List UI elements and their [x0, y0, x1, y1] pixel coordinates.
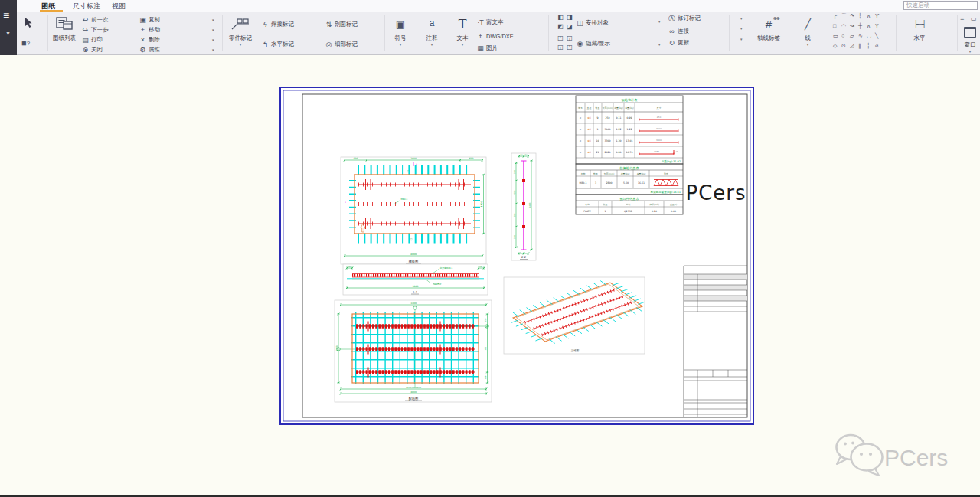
align-tool-icon[interactable]: ◨ — [565, 13, 574, 22]
sketch-tool-icon[interactable]: ▱ — [850, 32, 854, 39]
svg-text:PLATE: PLATE — [583, 210, 591, 213]
next-button[interactable]: ↪下一步 — [81, 25, 109, 34]
dropdown-caret[interactable]: ▾ — [212, 18, 214, 22]
level-button[interactable]: ├─┤ 水平 — [902, 14, 937, 52]
dropdown-caret[interactable]: ▾ — [431, 43, 433, 47]
sketch-tool-icon[interactable]: ∧ — [867, 22, 871, 29]
quick-launch-input[interactable]: 快速启动 — [903, 1, 978, 10]
close-icon: ⊗ — [81, 46, 90, 54]
dropdown-caret[interactable]: ▾ — [740, 26, 743, 31]
align-tool-icon[interactable]: ◪ — [565, 22, 574, 31]
minimize-ribbon-icon[interactable]: − — [960, 15, 964, 23]
close-button[interactable]: ⊗关闭 — [81, 45, 103, 54]
dropdown-caret[interactable]: ▾ — [462, 43, 464, 47]
dropdown-caret[interactable]: ▾ — [212, 38, 214, 42]
sketch-tool-icon[interactable]: ◠ — [841, 22, 846, 29]
sketch-tool-icon[interactable]: ○ — [841, 32, 844, 39]
delete-button[interactable]: ×删除 — [139, 35, 160, 44]
restore-icon[interactable]: ▭ — [971, 15, 977, 22]
sketch-tool-icon[interactable]: Υ — [875, 22, 879, 29]
svg-text:总重(kg):31.92: 总重(kg):31.92 — [661, 159, 681, 163]
sketch-tool-icon[interactable]: Ƴ — [875, 12, 879, 19]
sketch-tool-icon[interactable]: ◇ — [833, 42, 837, 49]
dropdown-caret[interactable]: ▾ — [740, 16, 743, 21]
svg-text:1480: 1480 — [528, 202, 531, 208]
svg-text:PCers: PCers — [685, 181, 746, 204]
part-mark-button[interactable]: 零件标记 ▾ — [224, 14, 256, 52]
select-switch-button[interactable]: ◼? — [21, 38, 30, 47]
move-button[interactable]: +移动 — [139, 25, 160, 34]
note-button[interactable]: a 注释 ▾ — [418, 14, 446, 52]
sketch-tool-icon[interactable]: ◿ — [850, 42, 854, 49]
drawing-list-button[interactable]: 图纸列表 — [49, 14, 80, 52]
link-button[interactable]: ∞连接 — [668, 27, 689, 36]
copy-button[interactable]: ▣复制 — [139, 15, 160, 25]
align-tool-icon[interactable]: ◩ — [556, 22, 565, 31]
align-tool-icon[interactable]: ◱ — [565, 34, 574, 43]
update-icon: ↻ — [668, 39, 676, 47]
sketch-tool-icon[interactable]: ⊙ — [841, 42, 846, 49]
tab-view[interactable]: 视图 — [112, 2, 126, 11]
sketch-tool-icon[interactable]: ∥ — [858, 42, 861, 49]
select-cursor-icon[interactable] — [24, 17, 34, 28]
sketch-tool-icon[interactable]: □ — [833, 22, 836, 29]
dropdown-caret[interactable]: ▾ — [240, 43, 242, 47]
sketch-tool-icon[interactable]: ↷ — [850, 12, 854, 19]
view-iso[interactable]: 三维图 — [504, 277, 645, 354]
align-tool-icon[interactable]: ◲ — [556, 43, 565, 52]
dropdown-caret[interactable]: ▾ — [969, 50, 972, 54]
view-rebar-plan[interactable]: 330019×150=2850400011001501100150配筋图 — [335, 300, 492, 402]
line-button[interactable]: ╱ 线 ▾ — [798, 14, 818, 52]
wechat-logo-icon — [837, 435, 883, 476]
update-button[interactable]: ↻更新 — [668, 38, 689, 47]
hide-show-button[interactable]: ◉隐藏/显示 — [576, 39, 610, 48]
image-button[interactable]: ▦图片 — [476, 44, 498, 53]
dropdown-caret[interactable]: ▾ — [212, 47, 214, 52]
sketch-tool-icon[interactable]: ∿ — [858, 32, 863, 39]
menu-expand-icon[interactable]: ▼ — [5, 31, 11, 36]
properties-button[interactable]: ⚙属性 — [139, 45, 160, 54]
sketch-tool-icon[interactable]: ┆ — [858, 12, 861, 19]
svg-text:形式: 形式 — [664, 172, 668, 175]
dwg-dxf-button[interactable]: +DWG/DXF — [476, 31, 513, 41]
drawing-sheet[interactable]: 钢筋统计表编号直径数量长度(mm)单重(kg)总重(kg)尺寸⌀Φ892500.… — [279, 87, 754, 425]
window-button[interactable]: 窗口 ▾ — [959, 23, 980, 54]
dropdown-caret[interactable]: ▾ — [658, 19, 661, 24]
dropdown-caret[interactable]: ▾ — [400, 43, 402, 47]
sketch-tool-icon[interactable]: ┊ — [867, 42, 870, 49]
sketch-tool-icon[interactable]: ∧ — [867, 12, 871, 19]
sketch-tool-icon[interactable]: ⌒ — [841, 12, 847, 19]
sketch-tool-icon[interactable]: ╲ — [875, 32, 878, 39]
hamburger-menu-icon[interactable]: ≡ — [3, 9, 9, 21]
view-section-2[interactable]: 606030050050030014802-2 — [511, 153, 536, 260]
rich-text-button[interactable]: ·T富文本 — [476, 18, 504, 27]
axis-label-button[interactable]: #⊕⊕ 轴线标签 — [752, 14, 786, 52]
view-section-1[interactable]: 6060桁架筋M80-1钢筋网片28801-1 — [343, 264, 488, 295]
level-mark-button[interactable]: ↰水平标记 — [261, 40, 294, 49]
symbol-button[interactable]: ▣ 符号 ▾ — [387, 14, 413, 52]
dropdown-caret[interactable]: ▾ — [658, 42, 661, 47]
sketch-tool-icon[interactable]: ◡ — [867, 32, 871, 39]
detail-mark-button[interactable]: ◎细部标记 — [325, 40, 358, 49]
revision-mark-button[interactable]: Ⓐ修订标记 — [668, 14, 701, 23]
sketch-tool-icon[interactable]: ┌ — [833, 12, 837, 19]
align-tool-icon[interactable]: ◰ — [556, 34, 565, 43]
view-plan[interactable]: 60028006001▽M80-111▽40001400模板图 — [341, 157, 486, 264]
dropdown-caret[interactable]: ▾ — [740, 37, 743, 41]
sketch-tool-icon[interactable]: ┼ — [858, 22, 862, 29]
print-button[interactable]: ▤打印 — [81, 35, 103, 44]
align-tool-icon[interactable]: ◳ — [565, 43, 574, 52]
sketch-tool-icon[interactable]: ▭ — [833, 32, 838, 39]
weld-mark-button[interactable]: ϟ焊接标记 — [261, 20, 294, 29]
dropdown-caret[interactable]: ▾ — [807, 43, 809, 47]
sketch-tool-icon[interactable]: ⌀ — [875, 42, 878, 49]
previous-button[interactable]: ↩前一次 — [81, 15, 109, 25]
arrange-objects-button[interactable]: ◫安排对象 — [576, 18, 609, 28]
sketch-tool-icon[interactable]: ↝ — [850, 22, 854, 29]
text-button[interactable]: T 文本 ▾ — [449, 14, 476, 52]
section-mark-button[interactable]: ⇅剖面标记 — [325, 20, 358, 29]
align-tool-icon[interactable]: ◧ — [556, 13, 565, 22]
tab-dimension[interactable]: 尺寸标注 — [73, 2, 100, 11]
dropdown-caret[interactable]: ▾ — [212, 28, 214, 32]
app-menu[interactable]: ≡ ▼ — [0, 0, 17, 55]
